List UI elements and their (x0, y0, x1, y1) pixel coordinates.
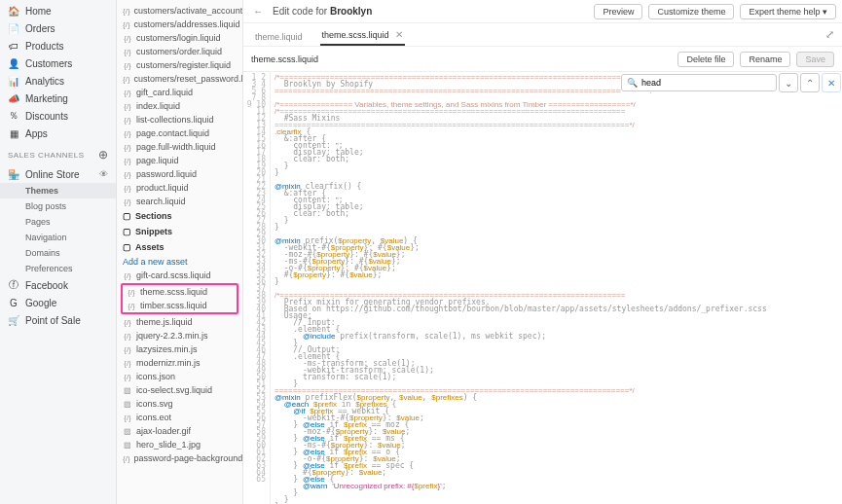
file-tree[interactable]: {/}customers/activate_account...{/}custo… (117, 0, 243, 504)
close-tab-icon[interactable]: ✕ (395, 29, 403, 40)
orders-icon: 📄 (8, 22, 19, 34)
tab-theme-scss[interactable]: theme.scss.liquid✕ (320, 25, 405, 46)
file-item[interactable]: ▨hero_slide_1.jpg (119, 438, 240, 451)
nav-customers[interactable]: 👤Customers (0, 54, 116, 72)
nav-sub-domains[interactable]: Domains (0, 245, 116, 261)
nav-google[interactable]: GGoogle (0, 294, 116, 311)
marketing-icon: 📣 (8, 92, 19, 104)
nav-sub-blog-posts[interactable]: Blog posts (0, 198, 116, 214)
customize-button[interactable]: Customize theme (648, 4, 734, 19)
file-icon: {/} (123, 115, 132, 125)
file-item[interactable]: {/}customers/register.liquid (119, 58, 240, 72)
file-item[interactable]: {/}index.liquid (119, 99, 240, 113)
file-item[interactable]: {/}page.full-width.liquid (119, 140, 240, 154)
search-prev-button[interactable]: ⌃ (800, 73, 820, 92)
file-item[interactable]: {/}gift_card.liquid (119, 86, 240, 99)
nav-sub-preferences[interactable]: Preferences (0, 261, 116, 276)
file-icon: {/} (127, 287, 136, 297)
search-next-button[interactable]: ⌄ (779, 73, 798, 92)
rename-button[interactable]: Rename (740, 52, 790, 67)
file-item[interactable]: {/}customers/login.liquid (119, 31, 240, 45)
add-channel-icon[interactable]: ⊕ (98, 148, 109, 162)
nav-sub-navigation[interactable]: Navigation (0, 230, 116, 245)
products-icon: 🏷 (8, 40, 19, 52)
file-icon: {/} (123, 101, 132, 111)
code-content[interactable]: /*======================================… (271, 72, 842, 504)
tree-sections[interactable]: ▢Sections (119, 208, 240, 224)
tree-assets[interactable]: ▢Assets (119, 239, 240, 255)
nav-facebook[interactable]: ⓕFacebook (0, 276, 116, 294)
google-icon: G (8, 297, 19, 308)
file-item[interactable]: {/}list-collections.liquid (119, 113, 240, 126)
file-item[interactable]: {/}gift-card.scss.liquid (119, 269, 240, 282)
file-item[interactable]: ▨ajax-loader.gif (119, 424, 240, 438)
nav-apps[interactable]: ▦Apps (0, 125, 116, 142)
file-item[interactable]: {/}search.liquid (119, 195, 240, 208)
file-item[interactable]: {/}product.liquid (119, 181, 240, 195)
file-item[interactable]: {/}jquery-2.2.3.min.js (119, 329, 240, 342)
search-icon: 🔍 (627, 78, 638, 88)
code-editor[interactable]: 1 2 3 4 5 6 7 8 9 10 11 12 13 14 15 16 1… (243, 72, 842, 504)
file-item[interactable]: {/}page.contact.liquid (119, 126, 240, 140)
file-item[interactable]: {/}theme.js.liquid (119, 315, 240, 329)
nav-home[interactable]: 🏠Home (0, 2, 116, 19)
pos-icon: 🛒 (8, 314, 19, 326)
save-button[interactable]: Save (796, 52, 834, 67)
page-title: Edit code for Brooklyn (273, 6, 372, 17)
file-icon: {/} (123, 413, 132, 422)
file-icon: {/} (123, 33, 132, 43)
customers-icon: 👤 (8, 57, 19, 69)
search-input[interactable] (621, 74, 777, 91)
editor-tabs: theme.liquid theme.scss.liquid✕ ⤢ (243, 23, 842, 47)
current-file-name: theme.scss.liquid (251, 54, 672, 64)
nav-analytics[interactable]: 📊Analytics (0, 72, 116, 90)
back-button[interactable]: ← (249, 3, 267, 20)
file-icon: {/} (123, 74, 130, 84)
search-close-button[interactable]: ✕ (822, 73, 841, 92)
highlighted-files: {/}theme.scss.liquid{/}timber.scss.liqui… (121, 283, 238, 314)
file-item[interactable]: {/}page.liquid (119, 154, 240, 167)
nav-discounts[interactable]: ％Discounts (0, 107, 116, 125)
search-bar: 🔍 ⌄ ⌃ ✕ (621, 73, 841, 92)
preview-button[interactable]: Preview (594, 4, 642, 19)
file-icon: {/} (123, 60, 132, 70)
file-icon: {/} (123, 331, 132, 341)
file-item[interactable]: {/}timber.scss.liquid (123, 299, 237, 312)
file-icon: {/} (123, 183, 132, 193)
file-icon: {/} (123, 19, 130, 29)
discounts-icon: ％ (8, 110, 19, 122)
nav-products[interactable]: 🏷Products (0, 37, 116, 54)
file-icon: {/} (123, 128, 132, 138)
file-icon: {/} (127, 301, 136, 310)
file-item[interactable]: {/}password-page-background (119, 451, 240, 465)
file-icon: {/} (123, 142, 132, 152)
eye-icon[interactable]: 👁 (99, 169, 108, 179)
file-item[interactable]: {/}icons.json (119, 370, 240, 383)
tree-snippets[interactable]: ▢Snippets (119, 224, 240, 239)
add-asset-link[interactable]: Add a new asset (119, 255, 240, 269)
file-item[interactable]: {/}modernizr.min.js (119, 356, 240, 370)
file-item[interactable]: {/}password.liquid (119, 167, 240, 181)
file-icon: {/} (123, 372, 132, 381)
file-item[interactable]: ▨ico-select.svg.liquid (119, 383, 240, 397)
file-item[interactable]: ▨icons.svg (119, 397, 240, 411)
file-icon: ▨ (123, 440, 132, 450)
file-item[interactable]: {/}lazysizes.min.js (119, 342, 240, 356)
delete-file-button[interactable]: Delete file (677, 52, 734, 67)
file-item[interactable]: {/}theme.scss.liquid (123, 285, 237, 299)
file-item[interactable]: {/}customers/reset_password.li (119, 72, 240, 86)
expand-icon[interactable]: ⤢ (825, 28, 834, 41)
file-item[interactable]: {/}customers/addresses.liquid (119, 18, 240, 31)
apps-icon: ▦ (8, 127, 19, 139)
nav-orders[interactable]: 📄Orders (0, 19, 116, 37)
nav-marketing[interactable]: 📣Marketing (0, 90, 116, 107)
file-item[interactable]: {/}customers/order.liquid (119, 45, 240, 58)
nav-sub-themes[interactable]: Themes (0, 183, 116, 198)
tab-theme-liquid[interactable]: theme.liquid (253, 28, 305, 46)
nav-online-store[interactable]: 🏪 Online Store 👁 (0, 165, 116, 183)
file-item[interactable]: {/}icons.eot (119, 411, 240, 424)
nav-sub-pages[interactable]: Pages (0, 214, 116, 230)
file-item[interactable]: {/}customers/activate_account... (119, 4, 240, 18)
nav-point-of-sale[interactable]: 🛒Point of Sale (0, 311, 116, 329)
expert-help-button[interactable]: Expert theme help ▾ (740, 4, 836, 19)
